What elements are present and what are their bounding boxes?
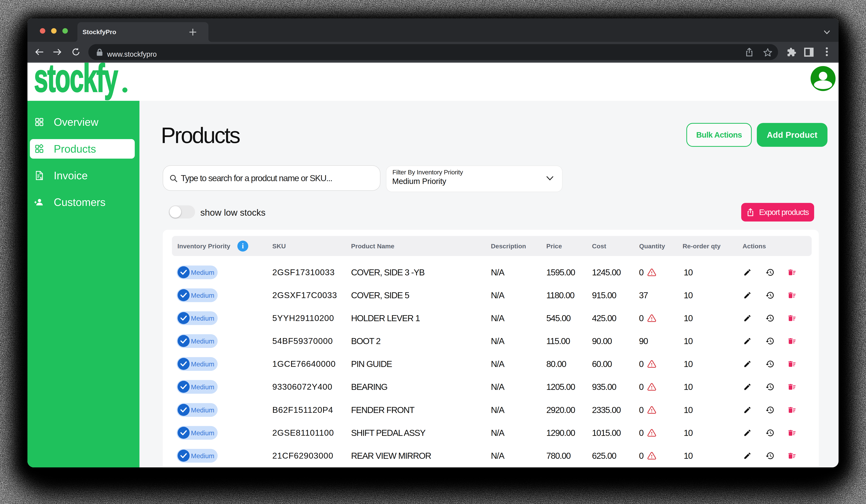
svg-text:$: $ bbox=[40, 176, 42, 180]
svg-text:i: i bbox=[242, 242, 244, 250]
